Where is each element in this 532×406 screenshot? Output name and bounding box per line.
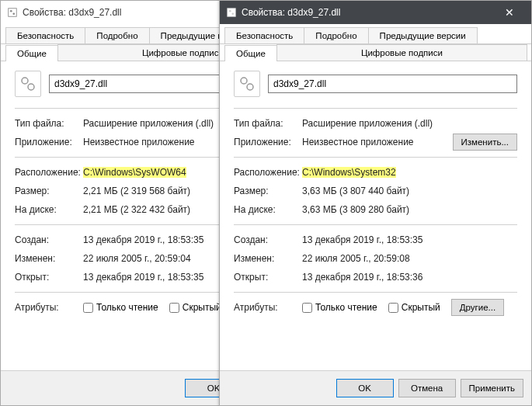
value-location: C:\Windows\SysWOW64 [83, 167, 186, 178]
label-modified: Изменен: [15, 253, 83, 264]
label-filetype: Тип файла: [234, 118, 302, 129]
checkbox-readonly[interactable]: Только чтение [302, 302, 377, 313]
label-attributes: Атрибуты: [15, 302, 83, 313]
label-location: Расположение: [15, 167, 83, 178]
label-modified: Изменен: [234, 253, 302, 264]
value-ondisk: 3,63 МБ (3 809 280 байт) [302, 204, 517, 215]
tabs-row-top: Безопасность Подробно Предыдущие версии [220, 24, 531, 44]
checkbox-readonly-label: Только чтение [96, 302, 158, 313]
label-opened: Открыт: [234, 272, 302, 283]
properties-window-front: Свойства: d3dx9_27.dll ✕ Безопасность По… [219, 0, 532, 406]
tab-security[interactable]: Безопасность [224, 27, 304, 43]
tab-details[interactable]: Подробно [304, 27, 368, 43]
svg-point-4 [28, 84, 34, 90]
file-type-icon [234, 71, 260, 97]
change-button[interactable]: Изменить... [453, 134, 517, 151]
label-app: Приложение: [15, 137, 83, 147]
label-attributes: Атрибуты: [234, 302, 302, 313]
value-location: C:\Windows\System32 [302, 167, 396, 178]
svg-rect-5 [228, 9, 236, 17]
checkbox-hidden-label: Скрытый [183, 302, 221, 313]
svg-point-9 [247, 84, 253, 90]
close-icon[interactable]: ✕ [494, 6, 525, 19]
titlebar[interactable]: Свойства: d3dx9_27.dll ✕ [220, 1, 531, 24]
label-filetype: Тип файла: [15, 118, 83, 129]
tab-security[interactable]: Безопасность [5, 27, 85, 43]
value-created: 13 декабря 2019 г., 18:53:35 [302, 234, 517, 245]
tab-general[interactable]: Общие [224, 45, 277, 61]
label-ondisk: На диске: [15, 204, 83, 215]
svg-point-6 [229, 10, 231, 12]
tab-previous-versions[interactable]: Предыдущие версии [368, 27, 478, 43]
value-modified: 22 июля 2005 г., 20:59:08 [302, 253, 517, 264]
tabs-row-bottom: Общие Цифровые подписи [220, 44, 531, 61]
svg-point-1 [10, 10, 12, 12]
svg-rect-0 [9, 9, 17, 17]
label-created: Создан: [234, 234, 302, 245]
label-size: Размер: [15, 186, 83, 196]
footer-buttons: OK Отмена Применить [220, 370, 531, 405]
svg-point-8 [241, 78, 247, 84]
tab-details[interactable]: Подробно [85, 27, 149, 43]
label-location: Расположение: [234, 167, 302, 178]
dll-icon [226, 7, 237, 18]
checkbox-readonly[interactable]: Только чтение [83, 302, 158, 313]
other-button[interactable]: Другие... [451, 299, 504, 316]
value-size: 3,63 МБ (3 807 440 байт) [302, 186, 517, 196]
label-created: Создан: [15, 234, 83, 245]
checkbox-hidden[interactable]: Скрытый [169, 302, 221, 313]
svg-point-7 [231, 12, 234, 15]
checkbox-hidden-label: Скрытый [402, 302, 440, 313]
value-app: Неизвестное приложение [302, 137, 453, 147]
checkbox-readonly-label: Только чтение [315, 302, 377, 313]
content-panel: Тип файла:Расширение приложения (.dll) П… [220, 61, 531, 322]
checkbox-hidden[interactable]: Скрытый [388, 302, 440, 313]
value-opened: 13 декабря 2019 г., 18:53:36 [302, 272, 517, 283]
label-app: Приложение: [234, 137, 302, 147]
file-type-icon [15, 71, 41, 97]
tab-general[interactable]: Общие [5, 45, 58, 61]
cancel-button[interactable]: Отмена [398, 379, 456, 397]
svg-point-2 [12, 12, 15, 15]
label-ondisk: На диске: [234, 204, 302, 215]
value-filetype: Расширение приложения (.dll) [302, 118, 517, 129]
window-title: Свойства: d3dx9_27.dll [242, 7, 494, 18]
svg-point-3 [22, 78, 28, 84]
ok-button[interactable]: OK [336, 379, 394, 397]
filename-input[interactable] [268, 75, 517, 93]
label-opened: Открыт: [15, 272, 83, 283]
label-size: Размер: [234, 186, 302, 196]
tab-digital-signatures[interactable]: Цифровые подписи [276, 44, 527, 61]
dll-icon [7, 7, 18, 18]
apply-button[interactable]: Применить [461, 379, 523, 397]
